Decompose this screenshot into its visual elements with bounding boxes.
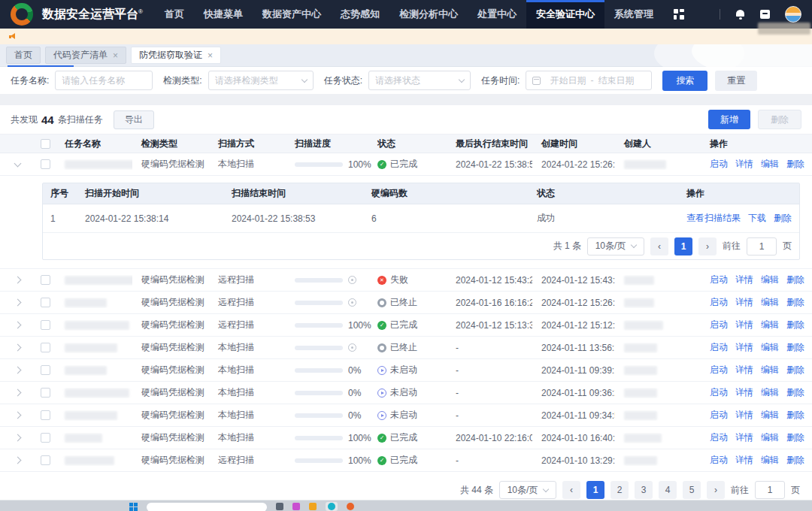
sub-action-link-下载[interactable]: 下载 [748,213,766,223]
row-checkbox[interactable] [41,298,50,307]
expand-chevron-icon[interactable] [14,367,21,374]
row-checkbox[interactable] [41,433,50,443]
sub-action-link-删除[interactable]: 删除 [774,213,792,223]
date-range-picker[interactable]: 开始日期 - 结束日期 [526,71,652,90]
page-size-select[interactable]: 10条/页 [587,237,644,256]
taskbar-app-icon[interactable] [309,503,317,510]
task-status-select[interactable]: 请选择状态 [368,71,471,90]
page-button-1[interactable]: 1 [674,237,692,256]
tab-2[interactable]: 防凭据窃取验证× [131,47,221,64]
action-link-删除[interactable]: 删除 [786,387,804,398]
tab-1[interactable]: 代码资产清单× [45,47,126,64]
menu-item-0[interactable]: 首页 [155,0,194,29]
action-link-启动[interactable]: 启动 [710,364,728,375]
table-row[interactable]: 硬编码凭据检测 本地扫描 0% 未启动 - 2024-01-11 09:36:2… [0,382,812,404]
select-all-checkbox[interactable] [41,139,50,149]
table-row[interactable]: 硬编码凭据检测 远程扫描 100% 已完成 - 2024-01-10 13:29… [0,449,812,472]
menu-item-5[interactable]: 处置中心 [468,0,526,29]
sub-action-link-查看扫描结果[interactable]: 查看扫描结果 [686,213,741,223]
action-link-详情[interactable]: 详情 [735,159,753,169]
taskbar-app-icon[interactable] [292,503,300,510]
menu-item-3[interactable]: 态势感知 [331,0,389,29]
menu-item-1[interactable]: 快捷菜单 [194,0,253,29]
action-link-删除[interactable]: 删除 [786,342,804,352]
action-link-详情[interactable]: 详情 [735,319,753,330]
action-link-启动[interactable]: 启动 [710,342,728,352]
menu-item-2[interactable]: 数据资产中心 [253,0,331,29]
row-checkbox[interactable] [41,455,50,465]
taskbar-search-input[interactable] [147,503,267,511]
windows-start-icon[interactable] [129,503,138,511]
action-link-启动[interactable]: 启动 [710,159,728,169]
expand-chevron-icon[interactable] [14,434,21,442]
action-link-编辑[interactable]: 编辑 [761,455,779,465]
table-row[interactable]: 硬编码凭据检测 远程扫描 已终止 2024-01-16 16:16:27 202… [0,292,812,314]
action-link-详情[interactable]: 详情 [735,342,753,352]
reset-button[interactable]: 重置 [715,71,757,91]
table-row[interactable]: 硬编码凭据检测 本地扫描 100% 已完成 2024-01-22 15:38:5… [0,153,812,176]
action-link-启动[interactable]: 启动 [710,319,728,330]
action-link-编辑[interactable]: 编辑 [761,364,779,375]
action-link-删除[interactable]: 删除 [786,364,804,375]
close-icon[interactable]: × [113,51,118,60]
menu-item-6[interactable]: 安全验证中心 [526,0,604,29]
action-link-删除[interactable]: 删除 [786,455,804,465]
action-link-启动[interactable]: 启动 [710,297,728,307]
action-link-删除[interactable]: 删除 [786,410,804,420]
row-checkbox[interactable] [41,410,50,420]
menu-item-7[interactable]: 系统管理 [604,0,663,29]
table-row[interactable]: 硬编码凭据检测 远程扫描 失败 2024-01-12 15:43:22 2024… [0,269,812,292]
expand-chevron-icon[interactable] [14,322,21,329]
prev-page-button[interactable]: ‹ [650,237,668,256]
table-row[interactable]: 硬编码凭据检测 远程扫描 100% 已完成 2024-01-12 15:13:3… [0,314,812,337]
action-link-启动[interactable]: 启动 [710,274,728,285]
task-name-input[interactable] [55,71,153,90]
expand-chevron-icon[interactable] [14,412,21,419]
action-link-启动[interactable]: 启动 [710,410,728,420]
page-button-3[interactable]: 3 [635,481,653,499]
action-link-详情[interactable]: 详情 [735,432,753,443]
search-button[interactable]: 搜索 [662,71,707,91]
action-link-启动[interactable]: 启动 [710,387,728,398]
action-link-编辑[interactable]: 编辑 [761,159,779,169]
action-link-编辑[interactable]: 编辑 [761,387,779,398]
action-link-详情[interactable]: 详情 [735,387,753,398]
row-checkbox[interactable] [41,343,50,352]
detect-type-select[interactable]: 请选择检测类型 [208,71,314,90]
action-link-删除[interactable]: 删除 [786,319,804,330]
avatar[interactable] [785,6,801,23]
badge-icon[interactable] [760,10,770,19]
action-link-删除[interactable]: 删除 [786,159,804,169]
action-link-编辑[interactable]: 编辑 [761,432,779,443]
action-link-删除[interactable]: 删除 [786,432,804,443]
row-checkbox[interactable] [41,320,50,330]
apps-grid-icon[interactable] [674,9,684,20]
action-link-详情[interactable]: 详情 [735,455,753,465]
taskbar-app-icon[interactable] [276,503,283,510]
prev-page-button[interactable]: ‹ [562,481,580,499]
tab-0[interactable]: 首页 [6,47,41,64]
action-link-启动[interactable]: 启动 [710,455,728,465]
action-link-编辑[interactable]: 编辑 [761,410,779,420]
action-link-详情[interactable]: 详情 [735,410,753,420]
table-row[interactable]: 硬编码凭据检测 本地扫描 已终止 - 2024-01-11 13:56:11 启… [0,337,812,359]
expand-chevron-icon[interactable] [14,159,21,167]
row-checkbox[interactable] [41,388,50,398]
expand-chevron-icon[interactable] [14,389,21,397]
export-button[interactable]: 导出 [114,110,154,129]
taskbar-active-app[interactable] [326,502,338,511]
action-link-启动[interactable]: 启动 [710,432,728,443]
taskbar-app-icon[interactable] [347,503,354,510]
action-link-删除[interactable]: 删除 [786,274,804,285]
action-link-编辑[interactable]: 编辑 [761,319,779,330]
action-link-编辑[interactable]: 编辑 [761,297,779,307]
action-link-详情[interactable]: 详情 [735,274,753,285]
page-button-1[interactable]: 1 [586,481,604,499]
action-link-详情[interactable]: 详情 [735,297,753,307]
table-row[interactable]: 硬编码凭据检测 本地扫描 0% 未启动 - 2024-01-11 09:34:5… [0,404,812,427]
row-checkbox[interactable] [41,159,50,169]
page-size-select[interactable]: 10条/页 [499,481,556,499]
row-checkbox[interactable] [41,365,50,375]
expand-chevron-icon[interactable] [14,299,21,307]
goto-page-input[interactable] [747,237,777,256]
